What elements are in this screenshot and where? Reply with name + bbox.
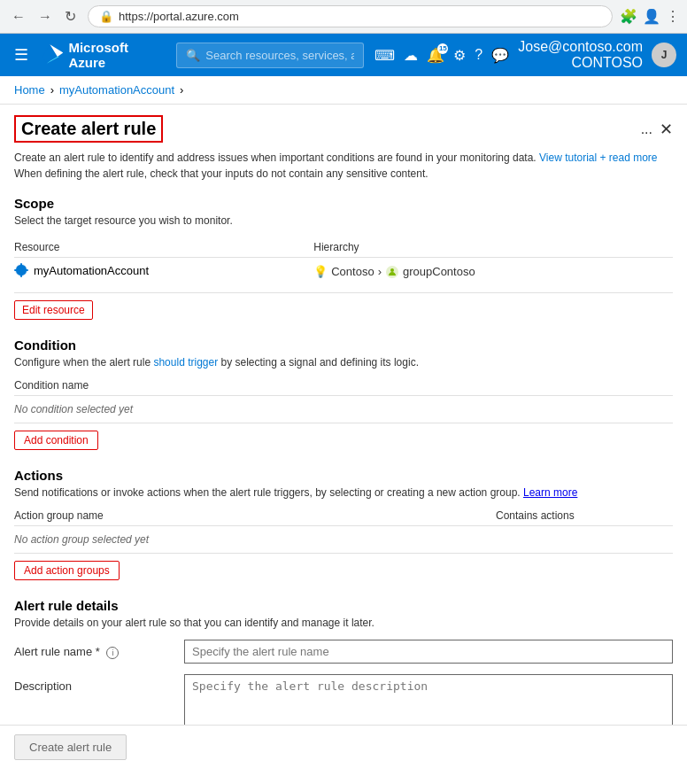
alert-details-section: Alert rule details Provide details on yo…: [14, 598, 673, 725]
hierarchy-col-header: Hierarchy: [313, 237, 673, 258]
feedback-icon[interactable]: 💬: [491, 47, 509, 64]
resource-name: myAutomationAccount: [34, 264, 149, 277]
panel-more-button[interactable]: ...: [641, 121, 652, 137]
url-text: https://portal.azure.com: [119, 10, 239, 23]
condition-col-name: Condition name: [14, 379, 673, 392]
user-tenant: CONTOSO: [571, 55, 643, 71]
actions-desc: Send notifications or invoke actions whe…: [14, 486, 673, 499]
edit-resource-button[interactable]: Edit resource: [14, 300, 93, 320]
terminal-icon[interactable]: ⌨: [374, 47, 395, 64]
create-alert-panel: Create alert rule ... ✕ Create an alert …: [0, 104, 687, 725]
actions-title: Actions: [14, 468, 673, 483]
alert-name-row: Alert rule name * i: [14, 640, 673, 664]
condition-section: Condition Configure when the alert rule …: [14, 338, 673, 450]
alert-name-input[interactable]: [184, 640, 673, 664]
menu-icon[interactable]: ⋮: [666, 8, 680, 25]
hierarchy-bulb-icon: 💡: [313, 265, 328, 278]
search-icon: 🔍: [186, 49, 200, 62]
back-button[interactable]: ←: [7, 7, 30, 27]
scope-title: Scope: [14, 196, 673, 211]
extensions-icon[interactable]: 🧩: [620, 8, 637, 25]
condition-desc: Configure when the alert rule should tri…: [14, 356, 673, 369]
intro-text: Create an alert rule to identify and add…: [14, 150, 673, 182]
breadcrumb-sep1: ›: [50, 83, 54, 97]
scope-desc: Select the target resource you wish to m…: [14, 214, 673, 227]
browser-actions: 🧩 👤 ⋮: [620, 8, 680, 25]
description-textarea[interactable]: [184, 674, 673, 725]
resource-row: myAutomationAccount 💡 Contoso ›: [14, 258, 673, 286]
add-action-groups-button[interactable]: Add action groups: [14, 561, 120, 580]
hamburger-menu[interactable]: ☰: [11, 42, 32, 68]
actions-col-header: Action group name Contains actions: [14, 509, 673, 526]
panel-header: Create alert rule ... ✕: [0, 105, 687, 150]
resource-icon-cell: myAutomationAccount: [14, 263, 149, 277]
resource-col-header: Resource: [14, 237, 313, 258]
forward-button[interactable]: →: [34, 7, 57, 27]
bottom-bar: Create alert rule: [0, 725, 687, 769]
contains-actions-col: Contains actions: [496, 509, 673, 522]
learn-more-link[interactable]: Learn more: [523, 486, 577, 499]
info-icon: i: [106, 647, 119, 659]
browser-chrome: ← → ↻ 🔒 https://portal.azure.com 🧩 👤 ⋮: [0, 0, 687, 34]
panel-title: Create alert rule: [14, 115, 163, 143]
condition-title: Condition: [14, 338, 673, 353]
resource-table: Resource Hierarchy: [14, 237, 673, 285]
action-group-col: Action group name: [14, 509, 496, 522]
settings-icon[interactable]: ⚙: [453, 47, 466, 64]
profile-icon[interactable]: 👤: [643, 8, 660, 25]
group-icon: [385, 265, 399, 279]
search-bar[interactable]: 🔍: [176, 43, 364, 68]
no-action-text: No action group selected yet: [14, 530, 673, 549]
alert-details-desc: Provide details on your alert rule so th…: [14, 617, 673, 629]
add-condition-button[interactable]: Add condition: [14, 431, 98, 450]
scope-divider: [14, 292, 673, 293]
search-input[interactable]: [205, 49, 354, 62]
hierarchy-child: groupContoso: [403, 265, 475, 278]
help-icon[interactable]: ?: [475, 47, 482, 63]
alert-details-title: Alert rule details: [14, 598, 673, 613]
description-row: Description: [14, 674, 673, 725]
browser-nav: ← → ↻: [7, 6, 81, 27]
lock-icon: 🔒: [99, 10, 113, 23]
user-email: Jose@contoso.com: [518, 39, 643, 55]
user-info: Jose@contoso.com CONTOSO: [518, 39, 643, 71]
breadcrumb-account[interactable]: myAutomationAccount: [59, 83, 174, 97]
no-condition-text: No condition selected yet: [14, 400, 673, 419]
breadcrumb-sep2: ›: [180, 83, 183, 97]
scope-section: Scope Select the target resource you wis…: [14, 196, 673, 320]
notifications-icon[interactable]: 🔔 15: [427, 47, 444, 64]
azure-logo-text: Microsoft Azure: [68, 40, 166, 70]
alert-name-label: Alert rule name * i: [14, 640, 174, 659]
address-bar[interactable]: 🔒 https://portal.azure.com: [88, 5, 613, 27]
top-nav: ☰ Microsoft Azure 🔍 ⌨ ☁ 🔔 15 ⚙ ? 💬 Jose@…: [0, 34, 687, 76]
automation-icon: [14, 263, 28, 277]
azure-logo-icon: [42, 44, 63, 66]
hierarchy-parent: Contoso: [331, 265, 374, 278]
top-nav-icons: ⌨ ☁ 🔔 15 ⚙ ? 💬 Jose@contoso.com CONTOSO …: [374, 39, 676, 71]
panel-close-button[interactable]: ✕: [660, 120, 673, 139]
actions-section: Actions Send notifications or invoke act…: [14, 468, 673, 580]
azure-logo: Microsoft Azure: [42, 40, 166, 70]
hierarchy-cell: 💡 Contoso › groupContoso: [313, 265, 673, 279]
condition-col-header: Condition name: [14, 379, 673, 396]
actions-divider: [14, 553, 673, 554]
panel-body: Create an alert rule to identify and add…: [0, 150, 687, 725]
condition-divider: [14, 423, 673, 423]
avatar[interactable]: J: [652, 43, 676, 67]
description-label: Description: [14, 674, 174, 693]
create-alert-rule-button[interactable]: Create alert rule: [14, 734, 127, 760]
view-tutorial-link[interactable]: View tutorial + read more: [539, 151, 658, 164]
cloud-shell-icon[interactable]: ☁: [404, 47, 418, 64]
breadcrumb: Home › myAutomationAccount ›: [0, 76, 687, 104]
hierarchy-arrow: ›: [378, 265, 382, 278]
breadcrumb-home[interactable]: Home: [14, 83, 45, 97]
panel-header-actions: ... ✕: [641, 120, 673, 139]
refresh-button[interactable]: ↻: [60, 6, 81, 27]
